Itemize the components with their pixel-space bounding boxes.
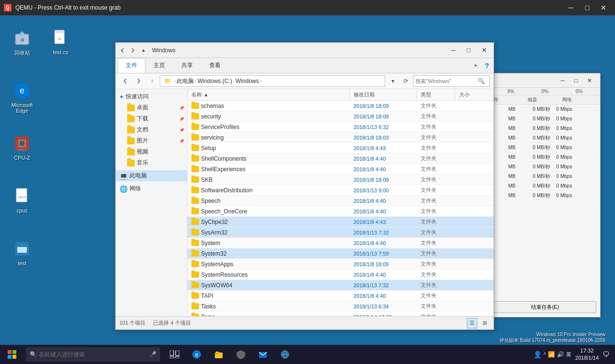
explorer-tb-forward[interactable] [128, 46, 138, 55]
nav-up-button[interactable]: ↑ [146, 75, 158, 87]
taskbar-search-input[interactable] [39, 351, 140, 358]
taskmanager-row[interactable]: MB0 MB/秒0 Mbps [490, 114, 600, 124]
table-row[interactable]: SysArm322018/1/13 7:32文件夹 [188, 227, 494, 238]
explorer-tb-up[interactable]: ▲ [139, 46, 148, 55]
nav-back-button[interactable] [119, 75, 131, 87]
ribbon-tab-file[interactable]: 文件 [118, 58, 145, 73]
taskbar-task-view[interactable] [164, 345, 185, 364]
taskmanager-row[interactable]: MB0 MB/秒0 Mbps [490, 105, 600, 114]
explorer-maximize-button[interactable]: □ [461, 43, 476, 58]
search-icon[interactable]: 🔍 [478, 78, 485, 84]
table-row[interactable]: SystemApps2018/1/8 18:09文件夹 [188, 259, 494, 270]
view-details-button[interactable]: ☰ [467, 318, 477, 329]
ribbon-expand-button[interactable]: ▾ [471, 61, 480, 70]
breadcrumb-windows-c[interactable]: Windows (C:) [198, 78, 232, 84]
qemu-minimize-button[interactable]: ─ [563, 0, 579, 15]
table-row[interactable]: TAPI2018/1/8 4:40文件夹 [188, 291, 494, 301]
table-row[interactable]: ShellComponents2018/1/8 4:40文件夹 [188, 153, 494, 164]
breadcrumb-windows[interactable]: Windows [236, 78, 259, 84]
nav-forward-button[interactable] [133, 75, 144, 87]
sidebar-item-music[interactable]: 音乐 [116, 157, 187, 168]
taskbar-edge-app[interactable]: e [186, 345, 207, 364]
table-row[interactable]: SKB2018/1/8 18:09文件夹 [188, 175, 494, 185]
end-task-button[interactable]: 结束任务(E) [494, 301, 596, 313]
desktop-icon-testcs[interactable]: cs test.cs [43, 26, 78, 57]
table-row[interactable]: System2018/1/8 4:40文件夹 [188, 238, 494, 248]
taskmanager-row[interactable]: MB0 MB/秒0 Mbps [490, 181, 600, 191]
tray-chevron-icon[interactable]: ^ [544, 352, 546, 357]
taskbar-globe-app[interactable] [274, 345, 296, 364]
table-row[interactable]: security2018/1/8 18:09文件夹 [188, 111, 494, 122]
sidebar-item-pictures[interactable]: 图片 📌 [116, 135, 187, 146]
table-row[interactable]: SysWOW642018/1/13 7:32文件夹 [188, 280, 494, 291]
ribbon-help-button[interactable]: ? [482, 61, 492, 70]
explorer-tb-back[interactable] [118, 46, 127, 55]
taskbar-voice-icon[interactable]: 🎤 [149, 351, 156, 358]
header-name[interactable]: 名称 ▲ [188, 89, 350, 100]
taskbar-mail-app[interactable] [252, 345, 273, 364]
address-path[interactable]: 📁 › 此电脑 › Windows (C:) › Windows › [160, 75, 385, 87]
tray-volume-icon[interactable]: 🔊 [557, 351, 564, 358]
taskbar-clock[interactable]: 17:32 2018/1/14 [575, 347, 599, 362]
taskmanager-row[interactable]: MB0 MB/秒0 Mbps [490, 124, 600, 133]
explorer-close-button[interactable]: ✕ [476, 43, 492, 58]
sidebar-quick-access-header[interactable]: ★ 快速访问 [116, 91, 187, 102]
ribbon-tab-share[interactable]: 共享 [173, 58, 201, 73]
ribbon-tab-home[interactable]: 主页 [145, 58, 173, 73]
table-row[interactable]: SystemResources2018/1/8 4:40文件夹 [188, 270, 494, 280]
table-row[interactable]: servicing2018/1/8 18:03文件夹 [188, 132, 494, 143]
tray-network-icon[interactable]: 👤 [533, 351, 542, 358]
search-box[interactable]: 🔍 [413, 75, 490, 87]
taskmanager-close-button[interactable]: ✕ [583, 74, 596, 87]
table-row[interactable]: ShellExperiences2018/1/8 4:40文件夹 [188, 164, 494, 175]
refresh-button[interactable]: ⟳ [401, 76, 411, 86]
taskmanager-row[interactable]: MB0 MB/秒0 Mbps [490, 191, 600, 200]
taskbar-security-app[interactable] [230, 345, 251, 364]
sidebar-this-pc[interactable]: 💻 此电脑 [116, 170, 187, 181]
desktop-icon-test[interactable]: test [5, 237, 39, 268]
sidebar-item-downloads[interactable]: 下载 📌 [116, 113, 187, 124]
header-date[interactable]: 修改日期 [350, 89, 417, 100]
sidebar-item-videos[interactable]: 视频 [116, 146, 187, 157]
desktop-icon-recycle[interactable]: ♻ 回收站 [5, 26, 39, 59]
taskmanager-row[interactable]: MB0 MB/秒0 Mbps [490, 162, 600, 172]
qemu-close-button[interactable]: ✕ [596, 0, 611, 15]
header-type[interactable]: 类型 [417, 89, 455, 100]
breadcrumb-this-pc[interactable]: 此电脑 [177, 77, 194, 85]
sidebar-network[interactable]: 🌐 网络 [116, 183, 187, 194]
taskmanager-row[interactable]: MB0 MB/秒0 Mbps [490, 143, 600, 153]
table-row[interactable]: Speech2018/1/8 4:40文件夹 [188, 196, 494, 206]
taskmanager-minimize-button[interactable]: ─ [556, 74, 569, 87]
taskbar-search[interactable]: 🔍 🎤 [26, 347, 160, 362]
table-row[interactable]: SyChpe322018/1/8 4:43文件夹 [188, 217, 494, 227]
table-row[interactable]: Speech_OneCore2018/1/8 4:40文件夹 [188, 206, 494, 217]
qemu-maximize-button[interactable]: □ [580, 0, 595, 15]
desktop-icon-cpuz2[interactable]: cpuz cpuz [5, 185, 39, 215]
table-row[interactable]: ServiceProfiles2018/1/13 6:32文件夹 [188, 122, 494, 132]
tray-wifi-icon[interactable]: 📶 [548, 351, 555, 358]
taskmanager-row[interactable]: MB0 MB/秒0 Mbps [490, 133, 600, 143]
header-size[interactable]: 大小 [455, 89, 494, 100]
taskmanager-row[interactable]: MB0 MB/秒0 Mbps [490, 172, 600, 181]
table-row[interactable]: schemas2018/1/8 18:09文件夹 [188, 101, 494, 111]
table-row[interactable]: SoftwareDistribution2018/1/13 9:00文件夹 [188, 185, 494, 196]
explorer-minimize-button[interactable]: ─ [446, 43, 461, 58]
table-row[interactable]: Temp2018/1/14 17:30文件夹 [188, 312, 494, 316]
taskbar-explorer-app[interactable] [208, 345, 229, 364]
table-row[interactable]: Setup2018/1/8 4:43文件夹 [188, 143, 494, 153]
tray-lang-icon[interactable]: 英 [566, 351, 571, 358]
start-button[interactable] [0, 345, 24, 364]
search-input[interactable] [415, 78, 478, 84]
notification-icon[interactable]: 🗨 [603, 351, 609, 358]
view-tiles-button[interactable]: ⊞ [479, 318, 490, 329]
sidebar-item-desktop[interactable]: 卓面 📌 [116, 102, 187, 113]
nav-dropdown-button[interactable]: ▾ [387, 75, 399, 87]
sidebar-item-documents[interactable]: 文档 📌 [116, 124, 187, 135]
table-row[interactable]: Tasks2018/1/13 6:34文件夹 [188, 301, 494, 312]
desktop-icon-edge[interactable]: e Microsoft Edge [5, 79, 39, 116]
ribbon-tab-view[interactable]: 查看 [201, 58, 229, 73]
desktop-icon-cpuz[interactable]: CPU-Z CPU-Z [5, 132, 39, 163]
table-row[interactable]: System322018/1/13 7:59文件夹 [188, 248, 494, 259]
taskmanager-row[interactable]: MB0 MB/秒0 Mbps [490, 153, 600, 162]
taskmanager-maximize-button[interactable]: □ [569, 74, 583, 87]
